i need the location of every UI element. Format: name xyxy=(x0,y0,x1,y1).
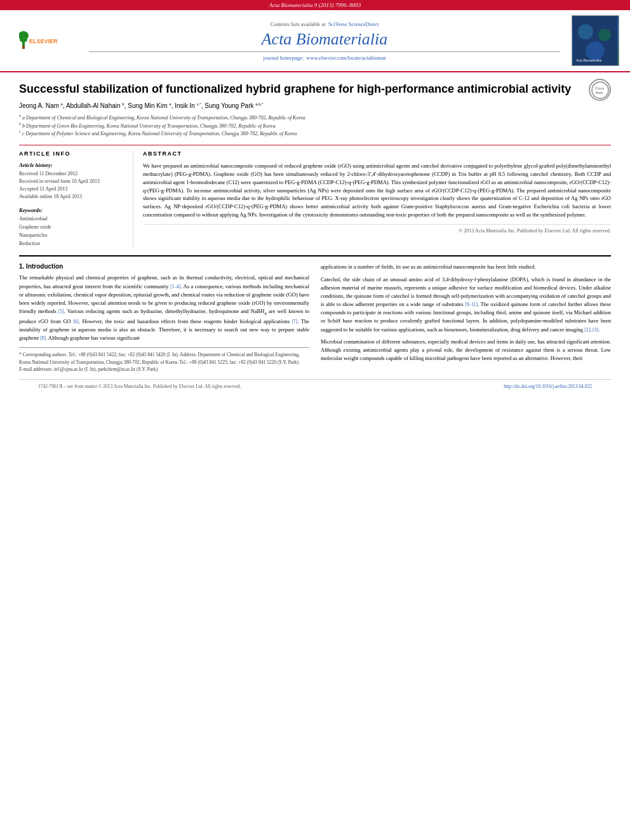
history-heading: Article history: xyxy=(19,162,125,168)
revised-date: Received in revised form 10 April 2013 xyxy=(19,178,125,185)
intro-para-2: applications in a number of fields, its … xyxy=(321,263,611,271)
body-col-left: 1. Introduction The remarkable physical … xyxy=(19,263,309,373)
abstract-text: We have prepared an antimicrobial nanoco… xyxy=(143,162,611,218)
article-info-heading: ARTICLE INFO xyxy=(19,150,125,157)
footer-doi[interactable]: http://dx.doi.org/10.1016/j.actbio.2013.… xyxy=(504,383,592,389)
crossmark-icon: Cross Mark xyxy=(589,79,611,101)
journal-homepage: journal homepage: www.elsevier.com/locat… xyxy=(264,55,386,61)
body-section: 1. Introduction The remarkable physical … xyxy=(19,255,611,373)
affiliations: a a Department of Chemical and Biologica… xyxy=(19,113,611,138)
homepage-url[interactable]: www.elsevier.com/locate/actabiomat xyxy=(306,55,385,61)
ref-8[interactable]: [8] xyxy=(40,335,46,341)
publisher-logo-area: ELSEVIER xyxy=(6,15,83,66)
footnote-corresponding: * Corresponding authors. Tel.: +88 (0)43… xyxy=(19,351,309,366)
journal-header: ELSEVIER Contents lists available at Sci… xyxy=(0,10,630,72)
footer-issn: 1742-7061/$ – see front matter © 2013 Ac… xyxy=(38,383,241,389)
svg-point-7 xyxy=(598,29,611,41)
journal-citation: Acta Biomaterialia 9 (2013) 7996–8003 xyxy=(269,2,361,8)
keyword-4: Reduction xyxy=(19,240,125,248)
intro-para-1: The remarkable physical and chemical pro… xyxy=(19,274,309,342)
article-content: Cross Mark Successful stabilization of f… xyxy=(0,72,630,403)
ref-7[interactable]: [7] xyxy=(292,319,298,324)
intro-para-4: Microbial contamination of different sub… xyxy=(321,338,611,363)
article-title-area: Cross Mark Successful stabilization of f… xyxy=(19,82,611,97)
sciverse-link[interactable]: SciVerse ScienceDirect xyxy=(328,21,379,27)
ref-6[interactable]: [6] xyxy=(73,319,79,324)
abstract-column: ABSTRACT We have prepared an antimicrobi… xyxy=(143,150,611,248)
svg-point-6 xyxy=(578,24,593,39)
ref-1-4[interactable]: [1–4] xyxy=(170,284,180,290)
svg-point-10 xyxy=(592,82,608,98)
accepted-date: Accepted 11 April 2013 xyxy=(19,185,125,193)
journal-cover: Acta Biomaterialia xyxy=(566,15,624,66)
intro-para-3: Catechol, the side chain of an unusual a… xyxy=(321,276,611,334)
page: Acta Biomaterialia 9 (2013) 7996–8003 EL… xyxy=(0,0,630,840)
journal-name: Acta Biomaterialia xyxy=(262,30,388,49)
footnote-section: * Corresponding authors. Tel.: +88 (0)43… xyxy=(19,347,309,373)
journal-info-center: Contents lists available at SciVerse Sci… xyxy=(89,15,560,66)
info-abstract-section: ARTICLE INFO Article history: Received 1… xyxy=(19,145,611,248)
sciverse-line: Contents lists available at SciVerse Sci… xyxy=(271,21,379,27)
keyword-3: Nanoparticles xyxy=(19,232,125,240)
footnote-email: E-mail addresses: in1@cjnu.ac.kr (I. In)… xyxy=(19,366,309,373)
affiliation-a: a a Department of Chemical and Biologica… xyxy=(19,113,611,121)
ref-5[interactable]: [5] xyxy=(58,309,64,314)
svg-text:ELSEVIER: ELSEVIER xyxy=(29,38,58,44)
top-bar: Acta Biomaterialia 9 (2013) 7996–8003 xyxy=(0,0,630,10)
ref-9-11[interactable]: [9–11] xyxy=(465,302,478,307)
intro-heading: 1. Introduction xyxy=(19,263,309,270)
authors-text: Jeong A. Nam a, Abdullah-Al Nahain b, Su… xyxy=(19,102,264,109)
body-col-right: applications in a number of fields, its … xyxy=(321,263,611,373)
keyword-1: Antimicrobial xyxy=(19,215,125,223)
abstract-heading: ABSTRACT xyxy=(143,150,611,157)
keywords-heading: Keywords: xyxy=(19,207,125,213)
svg-text:Acta Biomaterialia: Acta Biomaterialia xyxy=(576,58,602,62)
svg-rect-3 xyxy=(22,46,25,49)
keywords-section: Keywords: Antimicrobial Graphene oxide N… xyxy=(19,207,125,248)
cover-image: Acta Biomaterialia xyxy=(572,15,619,66)
svg-point-8 xyxy=(586,41,605,60)
available-date: Available online 18 April 2013 xyxy=(19,193,125,201)
affiliation-c: c c Department of Polymer Science and En… xyxy=(19,129,611,137)
svg-text:Cross: Cross xyxy=(595,86,604,90)
crossmark-svg: Cross Mark xyxy=(591,81,610,100)
article-title: Successful stabilization of functionaliz… xyxy=(19,82,611,97)
affiliation-b: b b Department of Green Bio Engineering,… xyxy=(19,121,611,130)
article-info-column: ARTICLE INFO Article history: Received 1… xyxy=(19,150,133,248)
crossmark-area: Cross Mark xyxy=(589,79,611,101)
received-date: Received 11 December 2012 xyxy=(19,170,125,178)
article-history: Article history: Received 11 December 20… xyxy=(19,162,125,201)
elsevier-tree-icon: ELSEVIER xyxy=(19,28,70,53)
svg-point-2 xyxy=(20,36,27,43)
svg-text:Mark: Mark xyxy=(596,91,603,95)
cover-svg: Acta Biomaterialia xyxy=(573,16,617,65)
ref-12-13[interactable]: [12,13] xyxy=(584,327,598,333)
footer-bottom: 1742-7061/$ – see front matter © 2013 Ac… xyxy=(19,379,611,393)
copyright-line: © 2013 Acta Materialia Inc. Published by… xyxy=(143,224,611,234)
keyword-2: Graphene oxide xyxy=(19,223,125,232)
header-divider xyxy=(89,51,560,52)
authors-line: Jeong A. Nam a, Abdullah-Al Nahain b, Su… xyxy=(19,102,611,109)
